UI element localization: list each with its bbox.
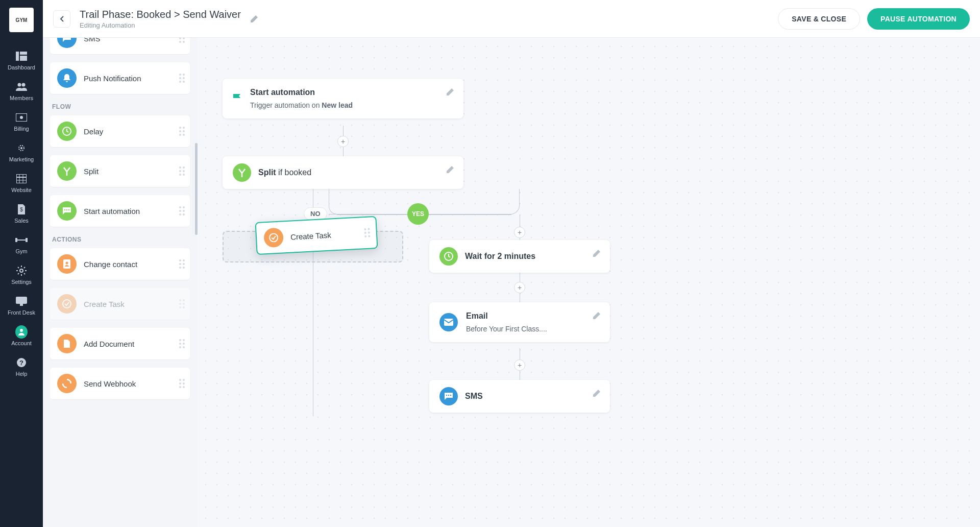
edit-node-button[interactable] — [593, 249, 601, 257]
page-subtitle: Editing Automation — [80, 21, 241, 29]
nav-help[interactable]: ? Help — [0, 351, 43, 382]
nav-account[interactable]: Account — [0, 321, 43, 351]
panel-card-send-webhook[interactable]: Send Webhook — [50, 368, 190, 399]
svg-point-27 — [68, 209, 69, 210]
panel-card-label: Push Notification — [84, 74, 141, 83]
svg-rect-0 — [16, 52, 19, 61]
svg-point-21 — [20, 329, 23, 332]
svg-point-30 — [63, 300, 71, 308]
branch-yes-label: YES — [407, 203, 429, 225]
automation-canvas[interactable]: Start automation Trigger automation on N… — [197, 38, 980, 527]
panel-card-label: Add Document — [84, 340, 134, 348]
billing-icon — [15, 111, 28, 124]
nav-website[interactable]: Website — [0, 167, 43, 198]
website-icon — [15, 173, 28, 185]
clock-icon — [439, 247, 458, 266]
panel-card-label: Start automation — [84, 207, 140, 215]
panel-card-label: Create Task — [84, 300, 125, 308]
svg-point-8 — [20, 147, 22, 149]
gym-icon — [15, 234, 28, 246]
sales-icon: $ — [15, 203, 28, 215]
split-icon — [233, 163, 251, 182]
nav-gym[interactable]: Gym — [0, 229, 43, 259]
bell-icon — [57, 68, 77, 88]
node-split[interactable]: Split if booked — [223, 156, 463, 189]
node-email[interactable]: Email Before Your First Class.... — [429, 302, 610, 342]
task-icon — [57, 294, 77, 314]
svg-rect-2 — [20, 56, 27, 61]
svg-point-29 — [66, 262, 68, 265]
dragging-create-task-card[interactable]: Create Task — [255, 216, 378, 255]
svg-point-4 — [22, 83, 26, 87]
svg-point-6 — [20, 116, 23, 119]
svg-point-18 — [20, 269, 23, 272]
add-step-button[interactable]: + — [514, 360, 525, 371]
marketing-icon — [15, 142, 28, 154]
flag-icon — [233, 93, 243, 104]
drag-handle-icon — [179, 206, 185, 215]
drag-handle-icon — [179, 38, 185, 43]
drag-handle-icon — [364, 228, 370, 238]
node-wait[interactable]: Wait for 2 minutes — [429, 240, 610, 273]
panel-card-change-contact[interactable]: Change contact — [50, 248, 190, 280]
svg-point-25 — [64, 209, 65, 210]
actions-section-header: ACTIONS — [52, 236, 190, 243]
edit-title-button[interactable] — [250, 15, 258, 23]
node-title: Start automation — [250, 88, 353, 97]
node-sms[interactable]: SMS — [429, 380, 610, 413]
chat-icon — [57, 201, 77, 221]
panel-card-start-automation[interactable]: Start automation — [50, 195, 190, 227]
svg-rect-16 — [26, 238, 28, 242]
nav-sales[interactable]: $ Sales — [0, 198, 43, 229]
svg-rect-17 — [17, 239, 26, 241]
edit-node-button[interactable] — [593, 312, 601, 320]
dashboard-icon — [15, 50, 28, 62]
svg-point-31 — [270, 233, 278, 242]
edit-node-button[interactable] — [446, 165, 454, 174]
node-start-automation[interactable]: Start automation Trigger automation on N… — [223, 79, 463, 118]
pause-automation-button[interactable]: PAUSE AUTOMATION — [867, 8, 970, 30]
add-step-button[interactable]: + — [337, 136, 349, 147]
page-scrollbar[interactable] — [972, 0, 979, 527]
webhook-icon — [57, 374, 77, 393]
nav-members[interactable]: Members — [0, 76, 43, 106]
page-header: Trail Phase: Booked > Send Waiver Editin… — [43, 0, 980, 38]
panel-card-add-document[interactable]: Add Document — [50, 328, 190, 360]
split-icon — [57, 161, 77, 181]
panel-card-label: Change contact — [84, 260, 137, 269]
edit-node-button[interactable] — [446, 88, 454, 96]
save-close-button[interactable]: SAVE & CLOSE — [778, 8, 860, 30]
pencil-icon — [250, 15, 258, 23]
svg-rect-9 — [16, 174, 27, 183]
frontdesk-icon — [15, 295, 28, 307]
nav-billing[interactable]: Billing — [0, 106, 43, 137]
gym-logo: GYM — [9, 8, 34, 32]
chevron-left-icon — [60, 16, 64, 22]
panel-card-sms[interactable]: SMS — [50, 38, 190, 54]
nav-dashboard[interactable]: Dashboard — [0, 45, 43, 76]
svg-text:?: ? — [19, 359, 23, 367]
panel-card-push-notification[interactable]: Push Notification — [50, 62, 190, 94]
add-step-button[interactable]: + — [514, 282, 525, 293]
edit-node-button[interactable] — [593, 389, 601, 397]
node-subtitle: Trigger automation on New lead — [250, 101, 353, 109]
panel-card-split[interactable]: Split — [50, 155, 190, 187]
nav-marketing[interactable]: Marketing — [0, 137, 43, 167]
panel-card-create-task-ghost[interactable]: Create Task — [50, 288, 190, 320]
node-title: Split if booked — [258, 168, 311, 177]
settings-icon — [15, 265, 28, 277]
panel-card-label: Delay — [84, 127, 103, 136]
page-title: Trail Phase: Booked > Send Waiver — [80, 9, 241, 20]
clock-icon — [57, 122, 77, 141]
panel-card-label: Split — [84, 167, 99, 176]
flow-section-header: FLOW — [52, 103, 190, 110]
panel-card-delay[interactable]: Delay — [50, 115, 190, 147]
add-step-button[interactable]: + — [514, 227, 525, 238]
back-button[interactable] — [53, 10, 70, 28]
nav-settings[interactable]: Settings — [0, 259, 43, 290]
panel-scrollbar-thumb[interactable] — [195, 143, 198, 235]
nav-frontdesk[interactable]: Front Desk — [0, 290, 43, 321]
drag-handle-icon — [179, 379, 185, 388]
drag-handle-icon — [179, 339, 185, 348]
svg-point-35 — [448, 395, 449, 396]
